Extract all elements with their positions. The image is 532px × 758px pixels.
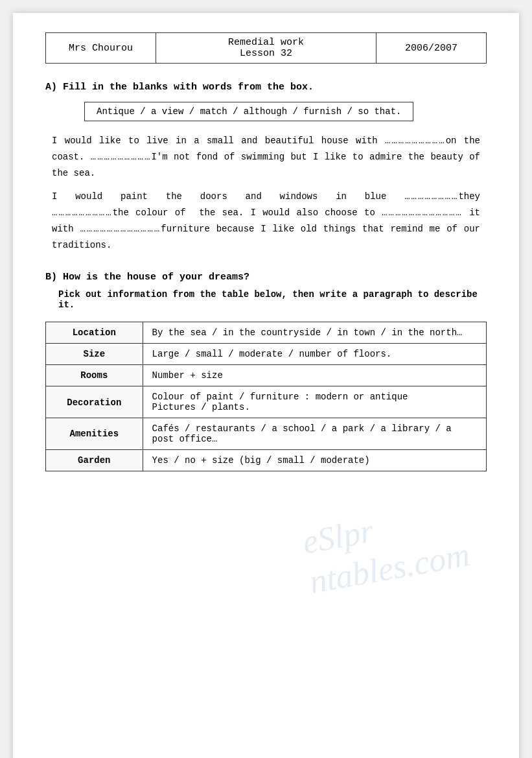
section-a-heading: A) Fill in the blanks with words from th… [45,82,487,93]
value-rooms: Number + size [143,365,486,386]
value-location: By the sea / in the countryside / in tow… [143,322,486,344]
page: eSlprntables.com Mrs Chourou Remedial wo… [13,13,519,758]
table-row: Rooms Number + size [46,365,487,386]
year-cell: 2006/2007 [376,33,487,64]
label-size: Size [46,344,143,365]
table-row: Decoration Colour of paint / furniture :… [46,386,487,418]
word-box: Antique / a view / match / although / fu… [84,102,413,121]
title-line2: Lesson 32 [240,48,292,59]
watermark: eSlprntables.com [299,495,473,602]
value-garden: Yes / no + size (big / small / moderate) [143,450,486,471]
label-decoration: Decoration [46,386,143,418]
author-cell: Mrs Chourou [46,33,156,64]
value-amenities: Cafés / restaurants / a school / a park … [143,418,486,450]
table-row: Amenities Cafés / restaurants / a school… [46,418,487,450]
label-amenities: Amenities [46,418,143,450]
value-decoration: Colour of paint / furniture : modern or … [143,386,486,418]
section-b-heading: B) How is the house of your dreams? [45,272,487,283]
table-row: Location By the sea / in the countryside… [46,322,487,344]
table-row: Garden Yes / no + size (big / small / mo… [46,450,487,471]
paragraph-2: I would paint the doors and windows in b… [45,189,487,254]
section-b-sub: Pick out information from the table belo… [45,289,487,310]
title-line1: Remedial work [228,37,304,48]
dream-table: Location By the sea / in the countryside… [45,322,487,471]
paragraph-1: I would like to live in a small and beau… [45,133,487,182]
label-rooms: Rooms [46,365,143,386]
title-cell: Remedial work Lesson 32 [156,33,376,64]
label-garden: Garden [46,450,143,471]
value-size: Large / small / moderate / number of flo… [143,344,486,365]
label-location: Location [46,322,143,344]
header-table: Mrs Chourou Remedial work Lesson 32 2006… [45,32,487,64]
table-row: Size Large / small / moderate / number o… [46,344,487,365]
